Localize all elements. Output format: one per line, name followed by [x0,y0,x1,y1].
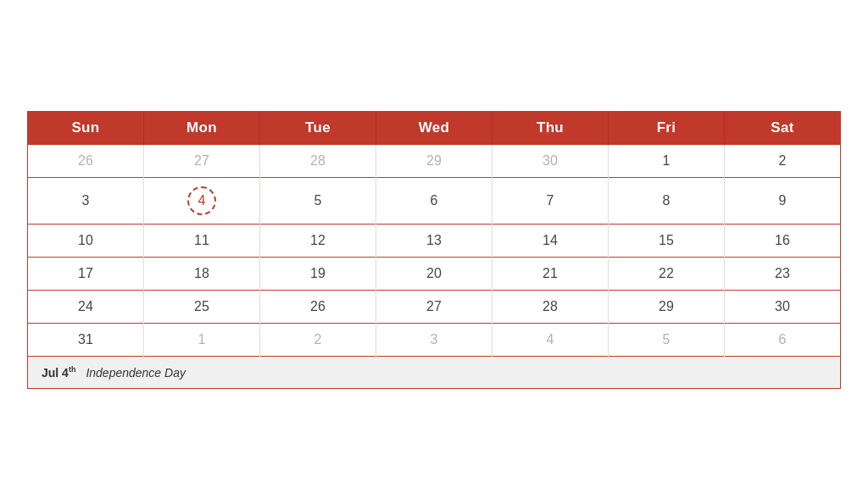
week-row-1: 3456789 [28,178,841,225]
calendar-footer: Jul 4th Independence Day [27,357,841,389]
calendar-cell[interactable]: 18 [144,258,260,291]
header-day-wed: Wed [376,112,492,145]
calendar-cell[interactable]: 11 [144,225,260,258]
calendar-cell[interactable]: 22 [609,258,725,291]
calendar-cell[interactable]: 7 [492,178,609,225]
week-row-2: 10111213141516 [28,225,841,258]
calendar-cell[interactable]: 3 [376,324,492,357]
week-row-3: 17181920212223 [28,258,841,291]
calendar-cell[interactable]: 3 [28,178,144,225]
header-day-tue: Tue [260,112,376,145]
header-day-thu: Thu [492,112,609,145]
calendar-table: SunMonTueWedThuFriSat 262728293012345678… [27,111,841,357]
calendar-cell[interactable]: 6 [725,324,841,357]
calendar-cell[interactable]: 28 [492,291,609,324]
calendar-cell[interactable]: 6 [376,178,492,225]
calendar-cell[interactable]: 21 [492,258,609,291]
calendar-header: SunMonTueWedThuFriSat [28,112,841,145]
calendar-cell[interactable]: 27 [376,291,492,324]
calendar-cell[interactable]: 20 [376,258,492,291]
header-day-sun: Sun [28,112,144,145]
highlighted-day: 4 [187,186,216,215]
header-day-fri: Fri [609,112,725,145]
footer-event: Independence Day [86,366,186,380]
calendar-body: 2627282930123456789101112131415161718192… [28,145,841,357]
calendar-cell[interactable]: 31 [28,324,144,357]
calendar-cell[interactable]: 24 [28,291,144,324]
week-row-0: 262728293012 [28,145,841,178]
calendar-cell[interactable]: 30 [725,291,841,324]
calendar-cell[interactable]: 5 [609,324,725,357]
calendar-cell[interactable]: 26 [28,145,144,178]
week-row-5: 31123456 [28,324,841,357]
week-row-4: 24252627282930 [28,291,841,324]
calendar-cell[interactable]: 8 [609,178,725,225]
footer-sup: th [69,365,76,374]
calendar-cell[interactable]: 14 [492,225,609,258]
footer-date-text: Jul 4 [42,366,69,380]
calendar-cell[interactable]: 26 [260,291,376,324]
calendar-cell[interactable]: 19 [260,258,376,291]
calendar-cell[interactable]: 10 [28,225,144,258]
calendar-cell[interactable]: 16 [725,225,841,258]
calendar-wrapper: SunMonTueWedThuFriSat 262728293012345678… [27,99,841,389]
calendar-cell[interactable]: 23 [725,258,841,291]
calendar-cell[interactable]: 27 [144,145,260,178]
calendar-cell[interactable]: 2 [725,145,841,178]
header-day-mon: Mon [144,112,260,145]
calendar-cell[interactable]: 12 [260,225,376,258]
calendar-cell[interactable]: 5 [260,178,376,225]
calendar-cell[interactable]: 1 [144,324,260,357]
calendar-cell[interactable]: 17 [28,258,144,291]
calendar-cell[interactable]: 30 [492,145,609,178]
calendar-cell[interactable]: 2 [260,324,376,357]
calendar-cell[interactable]: 29 [609,291,725,324]
calendar-cell[interactable]: 4 [144,178,260,225]
header-row: SunMonTueWedThuFriSat [28,112,841,145]
header-day-sat: Sat [725,112,841,145]
calendar-cell[interactable]: 4 [492,324,609,357]
calendar-cell[interactable]: 9 [725,178,841,225]
footer-date: Jul 4th [42,365,75,380]
calendar-cell[interactable]: 15 [609,225,725,258]
calendar-cell[interactable]: 28 [260,145,376,178]
calendar-cell[interactable]: 29 [376,145,492,178]
calendar-cell[interactable]: 25 [144,291,260,324]
calendar-cell[interactable]: 13 [376,225,492,258]
calendar-cell[interactable]: 1 [609,145,725,178]
